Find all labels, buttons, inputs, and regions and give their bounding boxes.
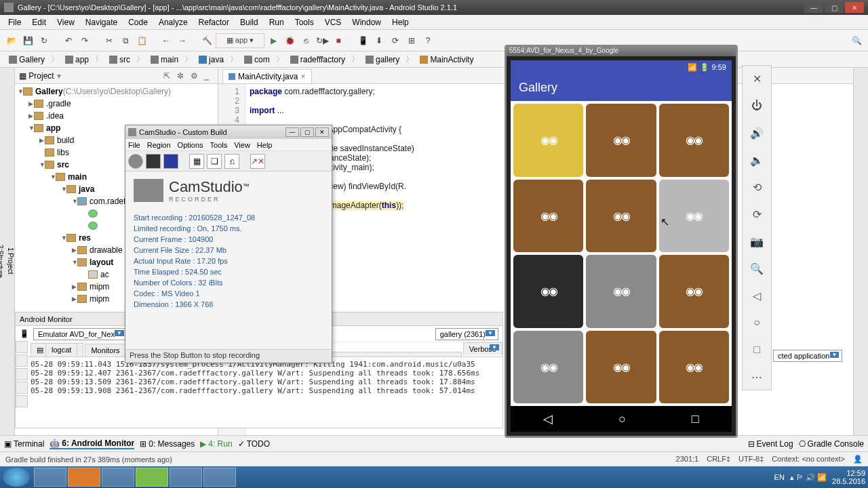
menu-build[interactable]: Build <box>235 16 264 28</box>
bc-radeff[interactable]: radefffactory <box>285 53 350 66</box>
cam-menu-tools[interactable]: Tools <box>210 141 228 149</box>
undo-icon[interactable]: ↶ <box>61 33 76 48</box>
menu-edit[interactable]: Edit <box>26 16 52 28</box>
gallery-item[interactable] <box>586 331 656 404</box>
tab-todo[interactable]: ✓ TODO <box>238 439 270 449</box>
structure-icon[interactable]: ⊞ <box>404 33 419 48</box>
search-icon[interactable]: 🔍 <box>849 33 864 48</box>
cam-menu-region[interactable]: Region <box>147 141 171 149</box>
start-button[interactable] <box>3 468 30 487</box>
menu-run[interactable]: Run <box>264 16 290 28</box>
soft-wrap-icon[interactable] <box>16 368 28 380</box>
lang-indicator[interactable]: EN <box>774 473 785 481</box>
tab-android-monitor[interactable]: 🤖 6: Android Monitor <box>50 439 134 449</box>
cut-icon[interactable]: ✂ <box>102 33 117 48</box>
gallery-item[interactable] <box>586 104 656 177</box>
gallery-item[interactable] <box>586 180 656 253</box>
gallery-item[interactable] <box>659 104 729 177</box>
run-icon[interactable]: ▶ <box>266 33 281 48</box>
tab-logcat[interactable]: ▤ logcat <box>31 343 83 357</box>
gallery-item[interactable] <box>513 331 583 404</box>
run-config-dropdown[interactable]: ▦ app ▾ <box>216 33 264 48</box>
task-firefox[interactable] <box>68 468 100 487</box>
attach-icon[interactable]: ⎋ <box>298 33 313 48</box>
gallery-item[interactable] <box>513 104 583 177</box>
task-camstudio[interactable] <box>203 468 236 487</box>
hide-icon[interactable]: ⎯ <box>204 71 214 81</box>
tray-date[interactable]: 28.5.2016 <box>832 477 865 485</box>
gallery-item[interactable] <box>513 255 583 328</box>
bc-app[interactable]: app <box>60 53 94 66</box>
camstudio-close[interactable]: ✕ <box>315 127 329 137</box>
back-icon[interactable]: ← <box>159 33 174 48</box>
menu-navigate[interactable]: Navigate <box>80 16 123 28</box>
tab-eventlog[interactable]: ⊟ Event Log <box>748 439 793 449</box>
emulator-window[interactable]: 5554:AVD_for_Nexus_4_by_Google 📶 🔋 9:59 … <box>505 45 738 438</box>
nav-recents-icon[interactable]: □ <box>692 412 699 426</box>
gallery-item[interactable] <box>659 180 729 253</box>
rotate-left-icon[interactable]: ⟲ <box>748 178 766 196</box>
minimize-button[interactable]: — <box>804 2 823 13</box>
cam-menu-options[interactable]: Options <box>178 141 203 149</box>
man-icon[interactable]: 👤 <box>853 455 863 464</box>
tree-row[interactable]: ▶.gradle <box>15 98 218 110</box>
cam-menu-file[interactable]: File <box>128 141 140 149</box>
tree-row[interactable]: ▼Gallery (C:\Users\yo\Desktop\Gallery) <box>15 85 218 98</box>
editor-tab-mainactivity[interactable]: MainActivity.java × <box>222 69 312 83</box>
zoom-icon[interactable]: 🔍 <box>748 260 766 277</box>
maximize-button[interactable]: ▢ <box>825 2 844 13</box>
paste-icon[interactable]: 📋 <box>134 33 149 48</box>
process-select[interactable]: gallery (2361) <box>435 328 498 340</box>
annotation-icon[interactable]: ❏ <box>207 154 222 169</box>
camera-icon[interactable]: 📷 <box>748 232 766 250</box>
bc-src[interactable]: src <box>104 53 135 66</box>
task-emulator[interactable] <box>170 468 202 487</box>
collapse-icon[interactable]: ⇱ <box>163 71 173 81</box>
gallery-item[interactable] <box>586 255 656 328</box>
gallery-item[interactable] <box>513 180 583 253</box>
menu-vcs[interactable]: VCS <box>319 16 347 28</box>
record-icon[interactable] <box>128 154 143 169</box>
camstudio-minimize[interactable]: — <box>285 127 299 137</box>
save-icon[interactable]: 💾 <box>20 33 35 48</box>
tab-monitors[interactable]: Monitors <box>85 344 125 357</box>
tree-row[interactable]: ▶.idea <box>15 110 218 122</box>
nav-home-icon[interactable]: ○ <box>618 412 626 426</box>
clear-log-icon[interactable] <box>16 341 28 353</box>
menu-help[interactable]: Help <box>387 16 414 28</box>
cam-menu-help[interactable]: Help <box>257 141 273 149</box>
open-icon[interactable]: 📂 <box>4 33 19 48</box>
rotate-right-icon[interactable]: ⟳ <box>748 205 766 223</box>
exit-icon[interactable]: ↗✕ <box>250 154 265 169</box>
gallery-grid[interactable] <box>511 101 732 406</box>
avd-icon[interactable]: 📱 <box>355 33 370 48</box>
gallery-item[interactable] <box>659 331 729 404</box>
overview-btn-icon[interactable]: □ <box>748 341 766 359</box>
help-log-icon[interactable] <box>16 395 28 407</box>
menu-file[interactable]: File <box>3 16 26 28</box>
line-sep[interactable]: CRLF‡ <box>707 455 730 464</box>
scroll-end-icon[interactable] <box>16 354 28 367</box>
refresh-icon[interactable]: ↻ <box>37 33 52 48</box>
restart-icon[interactable] <box>16 382 28 394</box>
toggle-view-icon[interactable]: ▦ <box>189 154 204 169</box>
more-icon[interactable]: ⋯ <box>748 368 766 386</box>
camstudio-maximize[interactable]: ▢ <box>300 127 314 137</box>
cam-menu-view[interactable]: View <box>234 141 250 149</box>
stop-icon[interactable]: ■ <box>331 33 346 48</box>
loglevel-select[interactable]: Verbose <box>463 342 502 355</box>
help-icon[interactable]: ? <box>420 33 435 48</box>
back-btn-icon[interactable]: ◁ <box>748 287 766 304</box>
redo-icon[interactable]: ↷ <box>77 33 92 48</box>
menu-view[interactable]: View <box>52 16 80 28</box>
gear-icon[interactable]: ✼ <box>177 71 186 81</box>
tray-icons[interactable]: ▴ 🏳 🔊 📶 <box>790 473 827 482</box>
settings-icon[interactable]: ⚙ <box>191 71 200 81</box>
close-tab-icon[interactable]: × <box>300 72 305 81</box>
camstudio-window[interactable]: CamStudio - Custom Build — ▢ ✕ File Regi… <box>125 125 332 363</box>
sdk-icon[interactable]: ⬇ <box>372 33 387 48</box>
build-icon[interactable]: 🔨 <box>199 33 214 48</box>
filter-config-select[interactable]: cted application <box>773 350 842 362</box>
tray-time[interactable]: 12:59 <box>832 469 865 477</box>
menu-refactor[interactable]: Refactor <box>193 16 235 28</box>
